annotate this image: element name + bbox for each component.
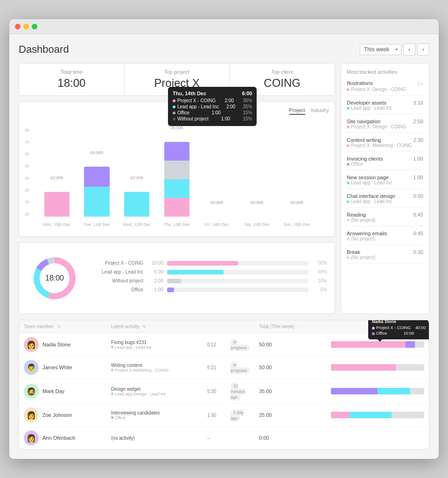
chart-panel: Project Industry 8h7h6h5h4h3h2h1h 02:00h…: [19, 101, 335, 237]
bar-group: 00:00hFri, 14th Dec: [199, 128, 235, 217]
project-bar-name: Lead app - Lead Inc: [92, 269, 143, 274]
table-row: 🧔 Mark Day Design widget Lead app:Design…: [19, 379, 429, 404]
bar-group: 06:00h Thu, 14th Dec6:00 Project X - COI…: [159, 128, 195, 217]
bar-cell: Nadia Stone40:00 Project X - COING 40:00…: [326, 333, 429, 356]
project-bar-row: Without project 2:00 10%: [92, 278, 327, 283]
team-bar-segment: [378, 388, 410, 394]
total-cell: 50:00: [254, 356, 326, 379]
bar-container: [331, 435, 424, 441]
tooltip-dot: [372, 327, 375, 330]
close-dot[interactable]: [15, 24, 21, 29]
bar-group: 04:00hTue, 11th Dec: [79, 128, 115, 217]
activity-item: Invoicing clients 1:00 Office: [347, 156, 423, 170]
activity-desc: Interviewing candidates: [111, 410, 198, 415]
activity-name: Answering emails: [347, 231, 387, 236]
bar-segment: [84, 167, 109, 187]
minimize-dot[interactable]: [23, 24, 29, 29]
col-activity: Latest activity ⇅: [106, 320, 203, 333]
status-badge: In progress: [231, 362, 250, 374]
bar-top-label: 04:00h: [91, 150, 104, 155]
activity-sub-dot: [111, 416, 113, 419]
activity-header: Content writing 2:30: [347, 137, 423, 143]
team-bar: [331, 435, 424, 441]
activity-desc: Writing content: [111, 363, 198, 368]
bar-group: 02:00hWed, 12th Dec: [119, 128, 155, 217]
next-week-button[interactable]: ›: [417, 43, 429, 56]
member-cell: 👩 Nadia Stone: [19, 333, 106, 356]
play-button[interactable]: ▷: [418, 79, 423, 87]
activity-sub-dot: [111, 393, 113, 395]
sort-icon-activity[interactable]: ⇅: [142, 324, 146, 329]
project-bar-wrap: [167, 261, 308, 266]
bar-container: Nadia Stone40:00 Project X - COING 40:00…: [331, 341, 424, 348]
activity-sub: Lead app · Lead Inc: [347, 105, 423, 111]
main-area: Total time 18:00 Top project Project X T…: [19, 63, 429, 314]
sort-icon-total[interactable]: ↑: [297, 324, 300, 329]
activity-name: Developer assets: [347, 100, 386, 105]
bar-top-label: 02:00h: [131, 176, 144, 180]
bar-stack: [84, 167, 109, 217]
activity-header: Reading 0:45: [347, 212, 423, 218]
table-header-row: Team member ⇅ Latest activity ⇅ Total (T…: [19, 320, 429, 333]
activity-time: 0:30: [413, 249, 423, 255]
avatar: 👨: [24, 360, 39, 375]
bar-container: [331, 412, 424, 418]
activity-sub: Project X: Marketing · COING: [347, 143, 423, 148]
timer-value: –: [207, 436, 210, 441]
project-bar-wrap: [167, 279, 308, 283]
member-name: Ann Ofenbach: [42, 435, 75, 441]
activity-dot: [347, 238, 350, 240]
project-bar-pct: 40%: [312, 269, 327, 274]
table-row: 👩 Zoe Johnson Interviewing candidates Of…: [19, 404, 429, 427]
project-bar-time: 1:00: [147, 287, 163, 292]
project-bar-fill: [167, 261, 238, 266]
project-bar-wrap: [167, 270, 308, 274]
top-project-label: Top project: [132, 69, 222, 75]
app-window: Dashboard This week ‹ › Total time 18:00: [9, 19, 439, 459]
status-cell: 1 day ago: [226, 404, 254, 427]
page-title: Dashboard: [19, 43, 69, 56]
activity-dot: [347, 163, 350, 166]
avatar: 🧔: [24, 384, 39, 399]
tab-industry[interactable]: Industry: [311, 107, 329, 115]
tooltip-row: Project X - COING 40:0080%: [372, 325, 429, 330]
project-bar-pct: 10%: [312, 278, 327, 283]
activity-header: New session page 1:00: [347, 175, 423, 180]
member-name: Mark Day: [42, 388, 64, 394]
activity-time: 0:45: [413, 212, 423, 218]
member-info: 👩 Nadia Stone: [24, 337, 102, 352]
avatar: 👩: [24, 337, 39, 352]
activity-sub: Office: [347, 162, 423, 167]
team-bar: [331, 388, 424, 394]
week-select[interactable]: This week: [360, 44, 401, 55]
tab-project[interactable]: Project: [289, 107, 305, 115]
activity-dot: [347, 107, 350, 110]
project-bar-row: Office 1:00 5%: [92, 287, 327, 292]
total-time-label: Total time: [27, 69, 117, 75]
activity-cell: Writing content Project X:Marketing · CO…: [106, 356, 203, 379]
tooltip-header: Nadia Stone40:00: [372, 320, 429, 324]
status-badge: 32 minutes ago: [231, 383, 245, 401]
y-label: 6h: [25, 152, 29, 156]
total-cell: 50:00: [254, 333, 326, 356]
activity-sub: (No project): [347, 236, 423, 241]
team-tooltip: Nadia Stone40:00 Project X - COING 40:00…: [368, 320, 429, 339]
activity-header: Answering emails 0:45: [347, 231, 423, 236]
sort-icon-member[interactable]: ⇅: [57, 324, 61, 329]
activity-item: Answering emails 0:45 (No project): [347, 231, 423, 245]
team-bar-segment: [331, 341, 406, 348]
prev-week-button[interactable]: ‹: [403, 43, 415, 56]
bar-tooltip: Thu, 14th Dec6:00 Project X - COING 2:00…: [168, 87, 257, 126]
activity-header: Chat interface design 0:50: [347, 193, 423, 199]
bar-stack: [124, 192, 149, 217]
activity-cell: Interviewing candidates Office: [106, 404, 203, 427]
timer-cell: 0:12: [203, 333, 226, 356]
maximize-dot[interactable]: [32, 24, 37, 29]
bar-cell: [326, 404, 429, 427]
bar-top-label: 00:00h: [290, 200, 303, 205]
activity-dot: [347, 182, 350, 184]
activity-time: 2:50: [413, 119, 423, 124]
team-bar-segment: [392, 412, 424, 418]
timer-cell: 5:30: [203, 379, 226, 404]
x-axis-label: Sun, 16th Dec: [284, 222, 310, 227]
